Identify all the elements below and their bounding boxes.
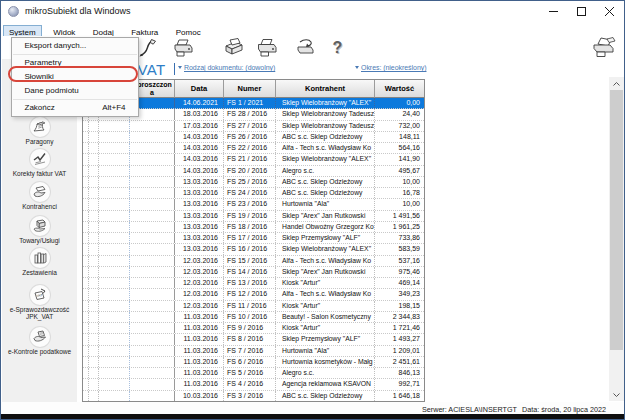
scrollbar-thumb[interactable] [610,90,623,350]
sidebar-item-e-sprawozdawczosc-jpk-vat[interactable]: VAT e-Sprawozdawczość JPK_VAT [2,285,77,321]
printer-icon[interactable] [170,37,196,58]
table-body: 14.06.2021 FS 1 / 2021 Sklep Wielobranżo… [83,98,424,401]
pen-icon[interactable] [135,37,161,58]
help-icon[interactable]: ? [325,37,351,58]
table-row[interactable]: 11.03.2016 FS 10 / 2016 Beauty! - Salon … [83,312,424,323]
column-header-data[interactable]: Data [175,80,224,98]
books-icon [30,248,50,268]
minimize-button[interactable] [539,1,567,21]
cell-wartosc: 2 344,83 [375,312,424,322]
cell-numer: FS 12 / 2016 [224,289,276,299]
period-filter-link[interactable]: Okres: (nieokreślony) [361,64,426,71]
cell-numer: FS 14 / 2016 [224,267,276,277]
vertical-scrollbar[interactable] [609,77,624,401]
cell-wartosc: 1 961,25 [375,222,424,232]
cell-kontrahent: Hurtownia "Ala" [276,199,375,209]
cell-numer: FS 15 / 2016 [224,256,276,266]
table-row[interactable]: 13.03.2016 FS 24 / 2016 ABC s.c. Sklep O… [83,188,424,199]
sidebar-label: Korekty faktur VAT [2,170,77,178]
menu-bar: System Widok Dodaj Faktura Pomoc [1,21,624,36]
table-row[interactable]: 14.03.2016 FS 26 / 2016 ABC s.c. Sklep O… [83,132,424,143]
table-row[interactable]: 14.03.2016 FS 20 / 2016 Alegro s.c. 495,… [83,166,424,177]
cell-kontrahent: Alfa - Tech s.c. Władysław Ko [276,289,375,299]
table-row[interactable]: 17.03.2016 FS 27 / 2016 Sklep Wielobranż… [83,121,424,132]
cell-numer: FS 4 / 2016 [224,379,276,389]
cell-numer: FS 22 / 2016 [224,143,276,153]
cell-numer: FS 7 / 2016 [224,346,276,356]
table-row[interactable]: 12.03.2016 FS 11 / 2016 Kiosk "Artur" 19… [83,301,424,312]
cell-wartosc: 0,00 [375,98,424,108]
status-date: Data: środa, 20 lipca 2022 [522,406,606,414]
print-out-icon[interactable] [221,37,247,58]
doc-type-filter-link[interactable]: Rodzaj dokumentu: (dowolny) [184,64,275,71]
cell-kontrahent: Alegro s.c. [276,368,375,378]
table-row[interactable]: 14.03.2016 FS 22 / 2016 Alfa - Tech s.c.… [83,143,424,154]
scroll-up-icon[interactable] [609,77,624,90]
cell-wartosc: 148,11 [375,132,424,142]
table-row[interactable]: 14.03.2016 FS 21 / 2016 Sklep Wielobranż… [83,154,424,165]
print-page-icon[interactable] [588,37,618,58]
column-header-wartosc[interactable]: Wartość [375,80,424,98]
cell-kontrahent: Sklep Wielobranżowy "ALEX" [276,244,375,254]
cell-kontrahent: ABC s.c. Sklep Odzieżowy [276,391,375,401]
sidebar-item-korekty-faktur-vat[interactable]: Korekty faktur VAT [2,149,77,178]
table-row[interactable]: 10.03.2016 FS 3 / 2016 ABC s.c. Sklep Od… [83,391,424,402]
sidebar-item-towary-uslugi[interactable]: Towary/Usługi [2,216,77,245]
table-row[interactable]: 11.03.2016 FS 9 / 2016 Kiosk "Artur" 1 7… [83,323,424,334]
table-row[interactable]: 11.03.2016 FS 6 / 2016 Hurtownia kosmety… [83,357,424,368]
cell-data: 14.03.2016 [175,143,224,153]
sidebar-item-kontrahenci[interactable]: Kontrahenci [2,182,77,211]
checkmark-icon [30,149,50,169]
table-row[interactable]: 13.03.2016 FS 17 / 2016 Sklep Przemysłow… [83,233,424,244]
sidebar-item-zestawienia[interactable]: Zestawienia [2,248,77,277]
cell-numer: FS 18 / 2016 [224,222,276,232]
cell-data: 12.03.2016 [175,289,224,299]
cell-wartosc: 992,71 [375,379,424,389]
maximize-button[interactable] [567,1,595,21]
cell-kontrahent: ABC s.c. Sklep Odzieżowy [276,132,375,142]
cell-kontrahent: ABC s.c. Sklep Odzieżowy [276,177,375,187]
table-row[interactable]: 12.03.2016 FS 12 / 2016 Alfa - Tech s.c.… [83,289,424,300]
table-row[interactable]: 13.03.2016 FS 18 / 2016 Handel Obwoźny G… [83,222,424,233]
menu-item-dane-podmiotu[interactable]: Dane podmiotu [12,84,138,98]
cell-wartosc: 975,46 [375,267,424,277]
cell-numer: FS 28 / 2016 [224,109,276,119]
cell-kontrahent: Handel Obwoźny Grzegorz Ko [276,222,375,232]
table-row[interactable]: 13.03.2016 FS 19 / 2016 Sklep "Arex" Jan… [83,211,424,222]
cell-numer: FS 9 / 2016 [224,323,276,333]
cell-numer: FS 11 / 2016 [224,301,276,311]
table-row[interactable]: 13.03.2016 FS 16 / 2016 Sklep Wielobranż… [83,244,424,255]
sidebar-label: e-Kontrole podatkowe [2,348,77,356]
sidebar-item-paragony[interactable]: Paragony [2,117,77,146]
table-row[interactable]: 13.03.2016 FS 25 / 2016 ABC s.c. Sklep O… [83,177,424,188]
cell-numer: FS 13 / 2016 [224,278,276,288]
table-row[interactable]: 12.03.2016 FS 13 / 2016 Kiosk "Artur" 46… [83,278,424,289]
cell-numer: FS 6 / 2016 [224,357,276,367]
close-button[interactable] [595,1,623,21]
cell-numer: FS 8 / 2016 [224,334,276,344]
table-row[interactable]: 11.03.2016 FS 8 / 2016 Sklep Przemysłowy… [83,334,424,345]
table-row[interactable]: 11.03.2016 FS 7 / 2016 Hurtownia "Ala" 1… [83,346,424,357]
table-row[interactable]: 11.03.2016 FS 5 / 2016 Alegro s.c. 846,1… [83,368,424,379]
menu-item-zakoncz[interactable]: Zakończ Alt+F4 [12,101,138,115]
cell-data: 14.06.2021 [175,98,224,108]
printer2-icon[interactable] [254,37,280,58]
period-dropdown-icon[interactable] [355,66,359,69]
menu-item-eksport-danych[interactable]: Eksport danych... [12,39,138,53]
app-window: mikroSubiekt dla Windows System Widok Do… [0,0,625,420]
cell-data: 11.03.2016 [175,346,224,356]
cell-data: 14.03.2016 [175,166,224,176]
table-row[interactable]: 12.03.2016 FS 15 / 2016 Alfa - Tech s.c.… [83,256,424,267]
cell-kontrahent: Sklep Wielobranżowy "ALEX" [276,154,375,164]
column-header-kontrahent[interactable]: Kontrahent [276,80,375,98]
table-row[interactable]: 12.03.2016 FS 14 / 2016 Sklep "Arex" Jan… [83,267,424,278]
scroll-down-icon[interactable] [609,388,624,401]
cell-wartosc: 141,90 [375,154,424,164]
cell-data: 11.03.2016 [175,334,224,344]
table-row[interactable]: 11.03.2016 FS 4 / 2016 Agencja reklamowa… [83,379,424,390]
table-row[interactable]: 13.03.2016 FS 23 / 2016 Hurtownia "Ala" … [83,199,424,210]
column-header-numer[interactable]: Numer [224,80,276,98]
doc-type-dropdown-icon[interactable] [178,66,182,69]
print-back-icon[interactable] [292,37,318,58]
sidebar-item-e-kontrole-podatkowe[interactable]: e-Kontrole podatkowe [2,327,77,356]
